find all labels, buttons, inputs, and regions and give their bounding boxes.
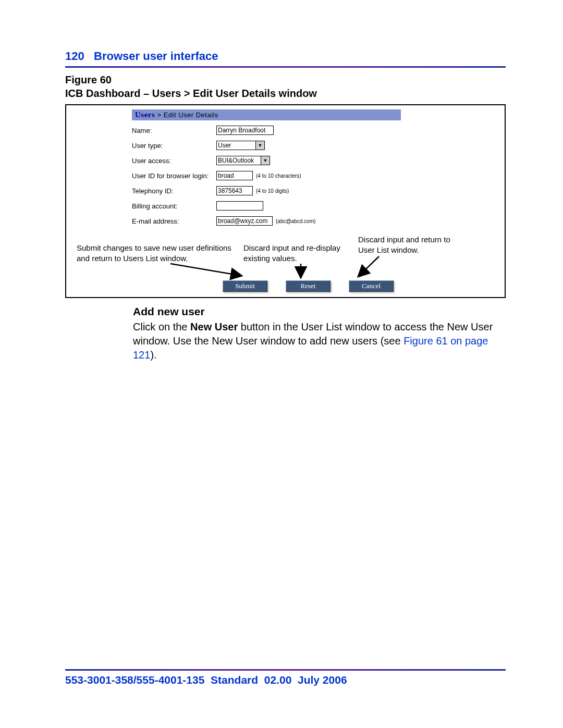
callout-submit: Submit changes to save new user definiti… (77, 243, 233, 263)
body-paragraph: Click on the New User button in the User… (133, 320, 500, 362)
svg-line-0 (170, 264, 238, 275)
cancel-button[interactable]: Cancel (349, 280, 394, 292)
footer-date: July 2006 (298, 674, 347, 686)
user-id-input[interactable] (216, 171, 253, 180)
billing-input[interactable] (216, 201, 263, 211)
figure-caption: Figure 60 ICB Dashboard – Users > Edit U… (65, 73, 506, 100)
callout-cancel: Discard input and return to User List wi… (358, 235, 462, 255)
figure-title: ICB Dashboard – Users > Edit User Detail… (65, 88, 317, 99)
footer-text: 553-3001-358/555-4001-135 Standard 02.00… (65, 674, 506, 686)
doc-id: 553-3001-358/555-4001-135 (65, 674, 204, 686)
footer-standard: Standard (211, 674, 258, 686)
svg-line-2 (361, 256, 379, 274)
user-type-select[interactable]: User ▼ (216, 141, 265, 150)
section-title: Browser user interface (94, 50, 218, 63)
user-access-label: User access: (132, 157, 216, 165)
telephony-input[interactable] (216, 186, 253, 195)
chevron-down-icon[interactable]: ▼ (255, 141, 264, 150)
running-header: 120 Browser user interface (65, 50, 506, 63)
submit-button[interactable]: Submit (223, 280, 267, 292)
billing-label: Billing account: (132, 202, 216, 210)
telephony-label: Telephony ID: (132, 187, 216, 195)
footer-rule (65, 669, 506, 671)
subheading-add-new-user: Add new user (133, 304, 500, 319)
page-number: 120 (65, 50, 84, 63)
breadcrumb-rest: > Edit User Details (155, 111, 218, 119)
telephony-hint: (4 to 10 digits) (256, 188, 289, 194)
reset-button[interactable]: Reset (286, 280, 331, 292)
body-text-pre: Click on the (133, 321, 190, 332)
user-access-select[interactable]: BUI&Outlook ▼ (216, 156, 270, 165)
figure-box: Users > Edit User Details Name: User typ… (65, 104, 506, 298)
user-type-value: User (217, 142, 255, 149)
callout-reset: Discard input and re-display existing va… (243, 243, 348, 263)
body-text-bold: New User (190, 321, 238, 332)
panel-breadcrumb: Users > Edit User Details (132, 109, 401, 120)
user-id-hint: (4 to 10 characters) (256, 173, 301, 179)
form-area: Name: User type: User ▼ User access: BUI… (132, 125, 447, 226)
user-access-value: BUI&Outlook (217, 157, 261, 164)
user-id-label: User ID for browser login: (132, 172, 216, 180)
body-text-post: ). (150, 349, 156, 361)
name-label: Name: (132, 127, 216, 134)
user-type-label: User type: (132, 142, 216, 150)
breadcrumb-strong: Users (135, 110, 155, 119)
name-input[interactable] (216, 126, 274, 135)
header-rule (65, 66, 506, 68)
email-label: E-mail address: (132, 217, 216, 225)
email-input[interactable] (216, 216, 273, 226)
figure-label: Figure 60 (65, 74, 112, 85)
footer-version: 02.00 (264, 674, 292, 686)
chevron-down-icon[interactable]: ▼ (261, 156, 270, 165)
email-hint: (abc@abcd.com) (276, 218, 315, 224)
